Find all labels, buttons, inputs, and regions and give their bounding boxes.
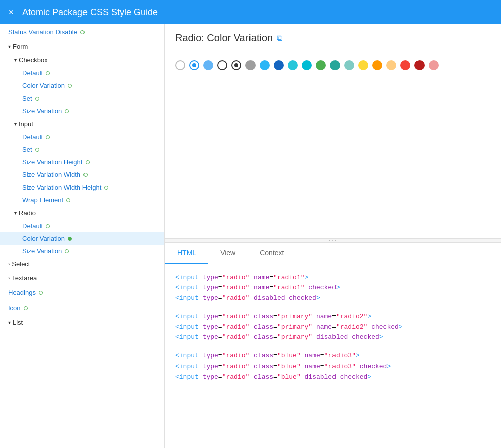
radio-circle-18[interactable]	[429, 60, 439, 70]
status-dot	[24, 306, 28, 310]
status-dot	[35, 97, 39, 101]
section-label: List	[13, 319, 23, 326]
radio-circle-10[interactable]	[316, 60, 326, 70]
sidebar-item-radio-size-variation[interactable]: Size Variation	[0, 245, 164, 257]
status-dot	[104, 186, 108, 190]
section-label: Form	[13, 43, 28, 50]
code-line-4: <input type="radio" class="primary" name…	[175, 312, 491, 322]
code-line-8: <input type="radio" class="blue" name="r…	[175, 351, 491, 362]
tab-view[interactable]: View	[208, 243, 247, 264]
sidebar-section-select[interactable]: › Select	[0, 257, 164, 271]
resize-handle[interactable]	[165, 239, 501, 243]
sidebar-item-radio-default[interactable]: Default	[0, 220, 164, 232]
code-line-7	[175, 343, 491, 351]
radio-circle-16[interactable]	[400, 60, 410, 70]
radio-circle-11[interactable]	[330, 60, 340, 70]
link-label: Headings	[8, 289, 36, 296]
tab-html[interactable]: HTML	[165, 243, 208, 264]
code-area: <input type="radio" name="radio1"><input…	[165, 264, 501, 449]
sidebar-item-checkbox-color-variation[interactable]: Color Variation	[0, 79, 164, 92]
header: × Atomic Package CSS Style Guide	[0, 0, 501, 24]
status-dot	[46, 224, 50, 228]
app-title: Atomic Package CSS Style Guide	[22, 7, 158, 18]
sidebar-item-input-wrap-element[interactable]: Wrap Element	[0, 194, 164, 206]
page-title: Radio: Color Variation	[175, 32, 273, 44]
code-line-10: <input type="radio" class="blue" disable…	[175, 372, 491, 383]
radio-circles-row	[175, 60, 491, 70]
sidebar-item-checkbox-set[interactable]: Set	[0, 92, 164, 105]
sidebar-item-input-set[interactable]: Set	[0, 143, 164, 156]
radio-circle-15[interactable]	[386, 60, 396, 70]
link-label: Default	[22, 222, 43, 230]
radio-circle-5[interactable]	[245, 60, 256, 70]
tab-context[interactable]: Context	[247, 243, 296, 264]
radio-circle-14[interactable]	[372, 60, 382, 70]
chevron-down-icon: ▾	[14, 121, 17, 127]
sidebar-group-checkbox[interactable]: ▾ Checkbox	[0, 53, 164, 67]
group-label: Input	[19, 120, 33, 128]
radio-circle-13[interactable]	[358, 60, 368, 70]
sidebar-section-form[interactable]: ▾ Form	[0, 40, 164, 53]
sidebar-group-input[interactable]: ▾ Input	[0, 117, 164, 131]
sidebar-item-input-default[interactable]: Default	[0, 131, 164, 143]
chevron-down-icon: ▾	[8, 320, 11, 325]
link-label: Icon	[8, 304, 21, 312]
sidebar-section-list[interactable]: ▾ List	[0, 316, 164, 329]
radio-circle-0[interactable]	[175, 60, 185, 70]
sidebar-item-checkbox-default[interactable]: Default	[0, 67, 164, 79]
status-dot	[46, 135, 50, 139]
link-label: Size Variation Height	[22, 158, 82, 166]
link-label: Size Variation Width Height	[22, 184, 101, 191]
sidebar-item-headings[interactable]: Headings	[0, 285, 164, 300]
sidebar-item-status-variation[interactable]: Status Variation Disable	[0, 24, 164, 40]
main-layout: Status Variation Disable ▾ Form ▾ Checkb…	[0, 24, 501, 448]
radio-circle-4[interactable]	[231, 60, 241, 70]
radio-circle-9[interactable]	[302, 60, 312, 70]
radio-circle-12[interactable]	[344, 60, 354, 70]
sidebar-item-input-size-variation-height[interactable]: Size Variation Height	[0, 156, 164, 168]
link-label: Color Variation	[22, 82, 65, 89]
link-label: Set	[22, 146, 32, 153]
page-title-bar: Radio: Color Variation ⧉	[165, 24, 501, 50]
link-label: Size Variation	[22, 107, 62, 115]
sidebar: Status Variation Disable ▾ Form ▾ Checkb…	[0, 24, 165, 448]
radio-circle-3[interactable]	[217, 60, 227, 70]
chevron-down-icon: ▾	[8, 44, 11, 49]
sidebar-group-radio[interactable]: ▾ Radio	[0, 206, 164, 220]
status-dot	[86, 160, 90, 164]
group-label: Radio	[19, 209, 36, 217]
radio-circle-2[interactable]	[203, 60, 213, 70]
status-dot	[66, 198, 70, 202]
radio-circle-8[interactable]	[288, 60, 298, 70]
status-dot	[39, 291, 43, 295]
sidebar-item-input-size-variation-width[interactable]: Size Variation Width	[0, 168, 164, 181]
close-button[interactable]: ×	[6, 7, 16, 17]
link-label: Size Variation	[22, 247, 62, 255]
sidebar-link-label: Status Variation Disable	[8, 28, 77, 36]
code-line-3	[175, 304, 491, 312]
chevron-right-icon: ›	[8, 275, 10, 281]
code-line-9: <input type="radio" class="blue" name="r…	[175, 362, 491, 372]
radio-circle-7[interactable]	[274, 60, 284, 70]
open-in-new-icon[interactable]: ⧉	[277, 34, 282, 43]
sidebar-section-textarea[interactable]: › Textarea	[0, 271, 164, 285]
sidebar-item-icon[interactable]: Icon	[0, 300, 164, 316]
radio-circle-6[interactable]	[260, 60, 270, 70]
tabs-bar: HTMLViewContext	[165, 243, 501, 264]
code-line-5: <input type="radio" class="primary" name…	[175, 322, 491, 333]
section-label: Textarea	[12, 274, 37, 282]
sidebar-item-radio-color-variation[interactable]: Color Variation	[0, 232, 164, 245]
chevron-down-icon: ▾	[14, 57, 17, 63]
section-label: Select	[12, 260, 30, 268]
radio-circle-1[interactable]	[189, 60, 199, 70]
sidebar-item-input-size-variation-width-height[interactable]: Size Variation Width Height	[0, 181, 164, 194]
status-dot	[80, 30, 85, 34]
chevron-right-icon: ›	[8, 261, 10, 267]
code-line-6: <input type="radio" class="primary" disa…	[175, 332, 491, 343]
status-dot	[68, 237, 72, 241]
radio-circle-17[interactable]	[414, 60, 425, 70]
sidebar-item-checkbox-size-variation[interactable]: Size Variation	[0, 105, 164, 117]
link-label: Size Variation Width	[22, 171, 80, 178]
status-dot	[84, 173, 88, 177]
code-line-0: <input type="radio" name="radio1">	[175, 273, 491, 283]
